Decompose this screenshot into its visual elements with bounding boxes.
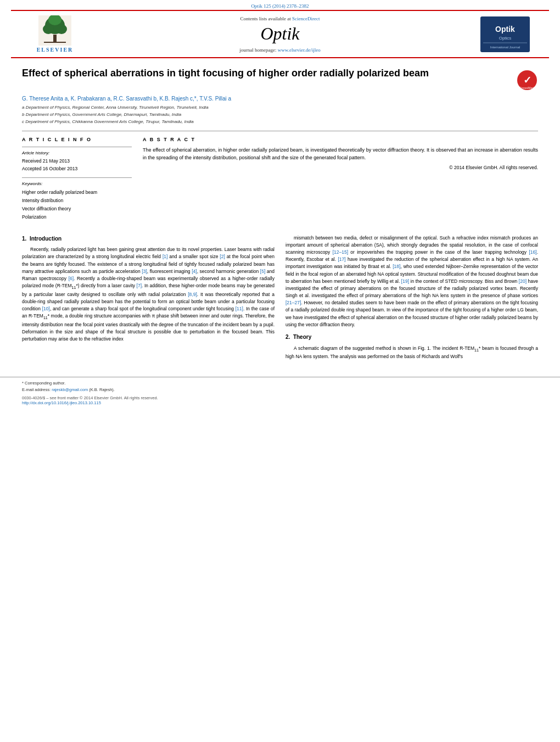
ref-17[interactable]: [17] <box>338 256 345 262</box>
ref-7[interactable]: [7] <box>137 283 142 288</box>
intro-para-1: Recently, radially polarized light has b… <box>22 246 275 343</box>
email-link[interactable]: rajeskb@gmail.com <box>52 387 88 392</box>
email-name: (K.B. Rajesh). <box>89 387 115 392</box>
keyword-4: Polarization <box>22 213 132 221</box>
optik-logo: Optik Optics International Journal <box>480 16 530 52</box>
keyword-3: Vector diffraction theory <box>22 205 132 213</box>
elsevier-section: ELSEVIER <box>22 15 88 53</box>
svg-text:✓: ✓ <box>523 75 531 86</box>
keywords-section: Keywords: Higher order radially polarize… <box>22 177 132 222</box>
history-label: Article history: <box>22 150 132 155</box>
ref-6[interactable]: [6] <box>69 276 74 281</box>
intro-para-2: mismatch between two media, defect or mi… <box>285 235 538 328</box>
article-info-heading: A R T I C L E I N F O <box>22 137 132 142</box>
keyword-1: Higher order radially polarized beam <box>22 188 132 197</box>
affiliation-a: a Department of Physics, Regional Center… <box>22 104 538 111</box>
ref-5[interactable]: [5] <box>260 269 265 274</box>
info-abstract-section: A R T I C L E I N F O Article history: R… <box>22 137 538 226</box>
journal-center: Contents lists available at ScienceDirec… <box>88 16 472 53</box>
contents-available: Contents lists available at ScienceDirec… <box>88 16 472 21</box>
journal-header: ELSEVIER Contents lists available at Sci… <box>11 10 549 58</box>
abstract-text: The effect of spherical aberration, in h… <box>143 147 538 161</box>
doi-bar: Optik 125 (2014) 2378–2382 <box>0 0 560 10</box>
email-label: E-mail address: <box>22 387 51 392</box>
elsevier-logo: ELSEVIER <box>37 15 74 53</box>
divider-1 <box>22 131 538 131</box>
doi-text: Optik 125 (2014) 2378–2382 <box>251 3 309 9</box>
doi-link[interactable]: http://dx.doi.org/10.1016/j.ijleo.2013.1… <box>22 400 101 405</box>
article-info: A R T I C L E I N F O Article history: R… <box>22 137 132 226</box>
right-column: mismatch between two media, defect or mi… <box>285 235 538 364</box>
abstract-heading: A B S T R A C T <box>143 137 538 142</box>
homepage-url[interactable]: www.elsevier.de/ijleo <box>278 47 321 53</box>
ref-20[interactable]: [20] <box>519 278 527 284</box>
ref-16[interactable]: [16] <box>529 249 536 255</box>
ref-10[interactable]: [10] <box>42 306 50 311</box>
svg-point-4 <box>43 24 54 34</box>
ref-89[interactable]: [8,9] <box>188 292 197 297</box>
affiliations: a Department of Physics, Regional Center… <box>22 104 538 125</box>
svg-point-5 <box>56 24 67 34</box>
svg-point-7 <box>53 35 57 38</box>
authors: G. Therese Anita a, K. Prabakaran a, R.C… <box>22 96 538 102</box>
footer-license: 0030-4026/$ – see front matter © 2014 El… <box>22 395 538 405</box>
ref-3[interactable]: [3] <box>142 269 147 274</box>
ref-2[interactable]: [2] <box>220 254 225 259</box>
history-section: Article history: Received 21 May 2013 Ac… <box>22 147 132 172</box>
svg-text:CrossMark: CrossMark <box>519 86 535 90</box>
crossmark-icon[interactable]: ✓ CrossMark <box>516 69 538 91</box>
ref-19[interactable]: [19] <box>401 278 409 284</box>
page: Optik 125 (2014) 2378–2382 <box>0 0 560 742</box>
left-column: 1. Introduction Recently, radially polar… <box>22 235 275 364</box>
elsevier-label: ELSEVIER <box>37 47 74 53</box>
corresponding-footnote: * Corresponding author. E-mail address: … <box>22 380 538 393</box>
body-columns: 1. Introduction Recently, radially polar… <box>22 235 538 364</box>
article-footer: * Corresponding author. E-mail address: … <box>0 377 560 408</box>
ref-12-15[interactable]: [12–15] <box>333 249 348 255</box>
sciencedirect-link[interactable]: ScienceDirect <box>292 16 320 21</box>
corresponding-label: * Corresponding author. <box>22 381 65 386</box>
ref-11[interactable]: [11] <box>236 306 243 311</box>
article-title: Effect of spherical aberrations in tight… <box>22 66 511 80</box>
journal-homepage: journal homepage: www.elsevier.de/ijleo <box>88 47 472 53</box>
received-date: Received 21 May 2013 <box>22 158 132 165</box>
accepted-date: Accepted 16 October 2013 <box>22 165 132 173</box>
copyright: © 2014 Elsevier GmbH. All rights reserve… <box>143 165 538 170</box>
intro-title: 1. Introduction <box>22 235 275 243</box>
affiliation-c: c Department of Physics, Chikkanna Gover… <box>22 119 538 126</box>
ref-18[interactable]: [18] <box>393 264 400 269</box>
keyword-2: Intensity distribution <box>22 197 132 205</box>
ref-21-27[interactable]: [21–27] <box>285 300 301 305</box>
svg-text:Optics: Optics <box>499 36 512 41</box>
ref-4[interactable]: [4] <box>192 269 197 274</box>
license-text: 0030-4026/$ – see front matter © 2014 El… <box>22 395 158 400</box>
elsevier-tree-icon <box>38 15 71 46</box>
ref-1[interactable]: [1] <box>163 254 167 259</box>
theory-para-1: A schematic diagram of the suggested met… <box>285 345 538 361</box>
svg-text:Optik: Optik <box>495 25 515 34</box>
article-content: Effect of spherical aberrations in tight… <box>0 58 560 371</box>
affiliation-b: b Department of Physics, Government Arts… <box>22 111 538 119</box>
keywords-list: Higher order radially polarized beam Int… <box>22 188 132 222</box>
journal-name: Optik <box>88 24 472 44</box>
title-section: Effect of spherical aberrations in tight… <box>22 66 538 91</box>
abstract-section: A B S T R A C T The effect of spherical … <box>143 137 538 226</box>
optik-logo-section: Optik Optics International Journal <box>472 16 538 52</box>
theory-title: 2. Theory <box>285 333 538 342</box>
svg-text:International Journal: International Journal <box>490 46 520 49</box>
keywords-label: Keywords: <box>22 181 132 186</box>
